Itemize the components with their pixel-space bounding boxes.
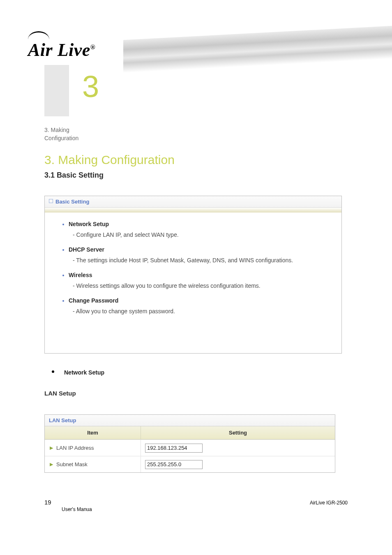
lan-row-subnet: ▶ Subnet Mask	[45, 456, 335, 472]
chapter-caption-line1: 3. Making	[44, 127, 69, 133]
lan-setup-panel: LAN Setup Item Setting ▶ LAN IP Address …	[44, 414, 335, 473]
chapter-number-big: 3	[82, 69, 99, 104]
lan-panel-title: LAN Setup	[49, 417, 76, 423]
item-desc: - The settings include Host IP, Subnet M…	[69, 253, 325, 268]
brand-logo: Air Live®	[28, 23, 95, 59]
lan-table-header: Item Setting	[45, 426, 335, 439]
footer-manual: User's Manua	[62, 506, 92, 512]
chapter-tab	[44, 65, 69, 116]
item-name: Wireless	[69, 272, 92, 278]
item-name: Network Setup	[69, 221, 109, 227]
chapter-title: 3. Making Configuration	[44, 153, 175, 167]
panel-body: Network Setup - Configure LAN IP, and se…	[45, 213, 341, 327]
basic-setting-list: Network Setup - Configure LAN IP, and se…	[69, 221, 325, 319]
lan-setup-heading: LAN Setup	[44, 390, 76, 397]
logo-text: Air Live	[28, 40, 90, 60]
col-setting: Setting	[141, 426, 335, 439]
item-name: Change Password	[69, 297, 118, 304]
network-setup-heading: Network Setup	[52, 369, 104, 376]
item-desc: - Configure LAN IP, and select WAN type.	[69, 227, 325, 243]
network-setup-label: Network Setup	[64, 369, 104, 376]
panel-header-title: Basic Setting	[55, 199, 89, 205]
panel-header: Basic Setting	[45, 196, 341, 208]
basic-item-wireless[interactable]: Wireless - Wireless settings allow you t…	[69, 272, 325, 294]
logo-registered: ®	[90, 44, 95, 51]
basic-item-dhcp-server[interactable]: DHCP Server - The settings include Host …	[69, 246, 325, 268]
lan-ip-label: LAN IP Address	[56, 445, 94, 451]
panel-header-icon	[49, 199, 53, 203]
col-item: Item	[45, 426, 141, 439]
chevron-right-icon: ▶	[50, 445, 53, 451]
item-desc: - Wireless settings allow you to configu…	[69, 278, 325, 294]
chapter-caption-line2: Configuration	[44, 135, 78, 141]
section-title: 3.1 Basic Setting	[44, 171, 104, 180]
chevron-right-icon: ▶	[50, 462, 53, 467]
lan-ip-input[interactable]	[145, 444, 203, 453]
basic-item-network-setup[interactable]: Network Setup - Configure LAN IP, and se…	[69, 221, 325, 243]
panel-gold-bar	[45, 208, 341, 213]
footer-model: AirLive IGR-2500	[310, 500, 348, 506]
item-desc: - Allow you to change system password.	[69, 304, 325, 319]
header-sweep	[123, 26, 392, 73]
page-number: 19	[44, 499, 51, 506]
item-name: DHCP Server	[69, 246, 104, 253]
lan-panel-header: LAN Setup	[45, 415, 335, 426]
lan-row-ip: ▶ LAN IP Address	[45, 439, 335, 456]
bullet-dot-icon	[52, 370, 54, 373]
logo-arc-icon	[28, 31, 49, 39]
subnet-label: Subnet Mask	[56, 461, 88, 467]
basic-setting-panel: Basic Setting Network Setup - Configure …	[44, 196, 342, 354]
basic-item-change-password[interactable]: Change Password - Allow you to change sy…	[69, 297, 325, 319]
subnet-input[interactable]	[145, 460, 203, 469]
